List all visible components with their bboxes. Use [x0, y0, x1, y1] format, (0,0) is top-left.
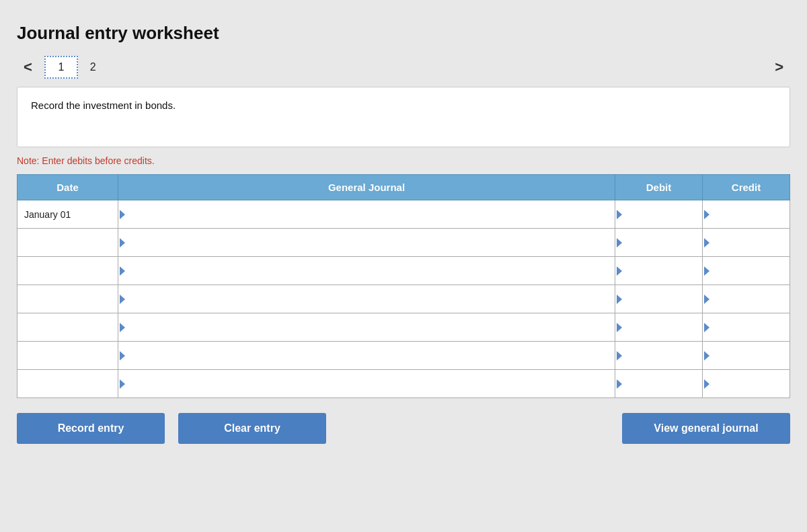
- journal-table: Date General Journal Debit Credit Januar…: [17, 174, 790, 398]
- table-row[interactable]: [17, 370, 790, 398]
- cell-debit-6[interactable]: [615, 370, 703, 398]
- main-container: Journal entry worksheet < 1 2 > Record t…: [17, 16, 790, 451]
- cell-date-2[interactable]: [17, 257, 118, 285]
- header-debit: Debit: [615, 175, 703, 200]
- cell-journal-0[interactable]: [118, 200, 615, 229]
- record-entry-button[interactable]: Record entry: [17, 413, 165, 444]
- cell-date-0[interactable]: January 01: [17, 200, 118, 229]
- instruction-text: Record the investment in bonds.: [31, 100, 176, 111]
- table-row[interactable]: [17, 229, 790, 257]
- cell-debit-0[interactable]: [615, 200, 703, 229]
- cell-debit-2[interactable]: [615, 257, 703, 285]
- tab-1[interactable]: 1: [44, 56, 78, 79]
- cell-journal-2[interactable]: [118, 257, 615, 285]
- table-row[interactable]: [17, 342, 790, 370]
- cell-debit-1[interactable]: [615, 229, 703, 257]
- cell-credit-2[interactable]: [703, 257, 790, 285]
- cell-credit-4[interactable]: [703, 313, 790, 342]
- cell-credit-5[interactable]: [703, 342, 790, 370]
- cell-date-6[interactable]: [17, 370, 118, 398]
- cell-journal-1[interactable]: [118, 229, 615, 257]
- cell-date-5[interactable]: [17, 342, 118, 370]
- cell-date-3[interactable]: [17, 285, 118, 313]
- prev-arrow[interactable]: <: [17, 56, 39, 79]
- buttons-row: Record entry Clear entry View general jo…: [17, 413, 790, 444]
- header-credit: Credit: [703, 175, 790, 200]
- cell-journal-4[interactable]: [118, 313, 615, 342]
- cell-journal-3[interactable]: [118, 285, 615, 313]
- table-row[interactable]: [17, 313, 790, 342]
- next-arrow[interactable]: >: [768, 56, 790, 79]
- cell-debit-4[interactable]: [615, 313, 703, 342]
- table-header-row: Date General Journal Debit Credit: [17, 175, 790, 200]
- clear-entry-button[interactable]: Clear entry: [178, 413, 326, 444]
- table-row[interactable]: [17, 257, 790, 285]
- cell-credit-1[interactable]: [703, 229, 790, 257]
- nav-row: < 1 2 >: [17, 56, 790, 79]
- header-general-journal: General Journal: [118, 175, 615, 200]
- table-row[interactable]: [17, 285, 790, 313]
- cell-journal-6[interactable]: [118, 370, 615, 398]
- cell-credit-6[interactable]: [703, 370, 790, 398]
- cell-debit-5[interactable]: [615, 342, 703, 370]
- cell-credit-3[interactable]: [703, 285, 790, 313]
- note-text: Note: Enter debits before credits.: [17, 155, 790, 166]
- header-date: Date: [17, 175, 118, 200]
- instruction-box: Record the investment in bonds.: [17, 87, 790, 147]
- view-general-journal-button[interactable]: View general journal: [622, 413, 790, 444]
- tab-2[interactable]: 2: [81, 57, 106, 77]
- cell-date-1[interactable]: [17, 229, 118, 257]
- cell-credit-0[interactable]: [703, 200, 790, 229]
- cell-debit-3[interactable]: [615, 285, 703, 313]
- cell-date-4[interactable]: [17, 313, 118, 342]
- table-row[interactable]: January 01: [17, 200, 790, 229]
- cell-journal-5[interactable]: [118, 342, 615, 370]
- page-title: Journal entry worksheet: [17, 23, 790, 44]
